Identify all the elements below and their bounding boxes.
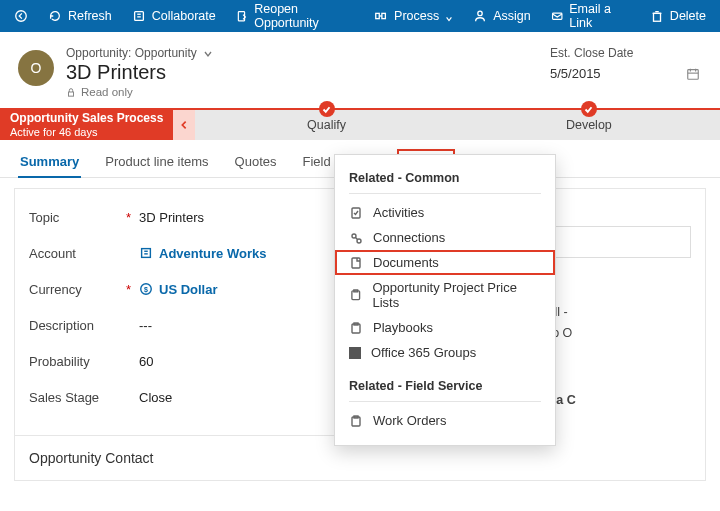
- email-label: Email a Link: [569, 2, 630, 30]
- svg-rect-33: [352, 258, 360, 268]
- dropdown-heading-fieldservice: Related - Field Service: [335, 373, 555, 397]
- field-currency-value[interactable]: US Dollar: [159, 282, 218, 297]
- clipboard-icon: [349, 414, 363, 428]
- collaborate-button[interactable]: Collaborate: [122, 0, 226, 32]
- dropdown-heading-common: Related - Common: [335, 165, 555, 189]
- trash-icon: [650, 9, 664, 23]
- chevron-back-icon: [14, 9, 28, 23]
- connections-icon: [349, 231, 363, 245]
- documents-icon: [349, 256, 363, 270]
- account-icon: [139, 246, 153, 260]
- refresh-button[interactable]: Refresh: [38, 0, 122, 32]
- related-activities[interactable]: Activities: [335, 200, 555, 225]
- stage-complete-icon: [319, 101, 335, 117]
- activities-icon: [349, 206, 363, 220]
- svg-rect-6: [382, 13, 386, 18]
- est-close-date-value: 5/5/2015: [550, 66, 601, 81]
- svg-rect-14: [688, 69, 699, 79]
- collaborate-icon: [132, 9, 146, 23]
- command-bar: Refresh Collaborate Reopen Opportunity P…: [0, 0, 720, 32]
- email-link-button[interactable]: Email a Link: [541, 0, 640, 32]
- chevron-down-icon[interactable]: [203, 48, 213, 58]
- field-sales-stage[interactable]: Sales Stage Close: [29, 379, 330, 415]
- svg-text:$: $: [144, 286, 148, 294]
- svg-rect-13: [69, 92, 74, 96]
- delete-label: Delete: [670, 9, 706, 23]
- section-opportunity-contact: Opportunity Contact: [15, 435, 344, 480]
- record-header: O Opportunity: Opportunity 3D Printers R…: [0, 32, 720, 108]
- svg-point-30: [352, 234, 356, 238]
- related-price-lists[interactable]: Opportunity Project Price Lists: [335, 275, 555, 315]
- svg-point-8: [478, 11, 482, 15]
- reopen-label: Reopen Opportunity: [254, 2, 354, 30]
- go-back-button[interactable]: [4, 0, 38, 32]
- refresh-label: Refresh: [68, 9, 112, 23]
- assign-label: Assign: [493, 9, 531, 23]
- field-probability-value: 60: [139, 354, 330, 369]
- field-sales-stage-value: Close: [139, 390, 330, 405]
- process-collapse-button[interactable]: [173, 110, 195, 140]
- lock-icon: [66, 87, 76, 97]
- avatar: O: [18, 50, 54, 86]
- related-documents[interactable]: Documents: [335, 250, 555, 275]
- stage-complete-icon: [581, 101, 597, 117]
- svg-rect-10: [653, 13, 660, 21]
- est-close-date-label: Est. Close Date: [550, 46, 700, 60]
- field-topic[interactable]: Topic* 3D Printers: [29, 199, 330, 235]
- calendar-icon[interactable]: [686, 67, 700, 81]
- svg-rect-9: [552, 13, 561, 19]
- related-work-orders[interactable]: Work Orders: [335, 408, 555, 433]
- field-description-value: ---: [139, 318, 330, 333]
- process-label: Process: [394, 9, 439, 23]
- chevron-down-icon: [445, 12, 453, 20]
- field-currency[interactable]: Currency* $ US Dollar: [29, 271, 330, 307]
- collaborate-label: Collaborate: [152, 9, 216, 23]
- related-connections[interactable]: Connections: [335, 225, 555, 250]
- delete-button[interactable]: Delete: [640, 0, 716, 32]
- clipboard-icon: [349, 288, 362, 302]
- assign-button[interactable]: Assign: [463, 0, 541, 32]
- est-close-date-field[interactable]: Est. Close Date 5/5/2015: [550, 46, 700, 81]
- breadcrumb: Opportunity: Opportunity: [66, 46, 550, 60]
- stage-qualify[interactable]: Qualify: [195, 110, 457, 140]
- svg-rect-5: [376, 13, 380, 18]
- field-probability[interactable]: Probability 60: [29, 343, 330, 379]
- reopen-button[interactable]: Reopen Opportunity: [226, 0, 364, 32]
- currency-icon: $: [139, 282, 153, 296]
- tab-product-line-items[interactable]: Product line items: [103, 150, 210, 177]
- svg-point-31: [357, 239, 361, 243]
- field-account[interactable]: Account Adventure Works: [29, 235, 330, 271]
- stage-develop[interactable]: Develop: [458, 110, 720, 140]
- field-topic-value: 3D Printers: [139, 210, 330, 225]
- tab-quotes[interactable]: Quotes: [233, 150, 279, 177]
- process-bar: Opportunity Sales Process Active for 46 …: [0, 108, 720, 140]
- process-button[interactable]: Process: [364, 0, 463, 32]
- reopen-icon: [236, 9, 249, 23]
- related-office365-groups[interactable]: Office 365 Groups: [335, 340, 555, 365]
- related-dropdown: Related - Common Activities Connections …: [334, 154, 556, 446]
- page-title: 3D Printers: [66, 61, 550, 84]
- svg-point-0: [16, 11, 27, 22]
- svg-rect-18: [142, 249, 151, 258]
- assign-icon: [473, 9, 487, 23]
- related-playbooks[interactable]: Playbooks: [335, 315, 555, 340]
- readonly-indicator: Read only: [66, 86, 550, 98]
- o365-icon: [349, 347, 361, 359]
- email-icon: [551, 9, 563, 23]
- field-account-value[interactable]: Adventure Works: [159, 246, 266, 261]
- refresh-icon: [48, 9, 62, 23]
- tab-summary[interactable]: Summary: [18, 150, 81, 177]
- process-name-block[interactable]: Opportunity Sales Process Active for 46 …: [0, 110, 173, 140]
- field-description[interactable]: Description ---: [29, 307, 330, 343]
- svg-line-32: [356, 237, 358, 239]
- process-icon: [374, 9, 388, 23]
- svg-rect-1: [134, 12, 143, 21]
- clipboard-icon: [349, 321, 363, 335]
